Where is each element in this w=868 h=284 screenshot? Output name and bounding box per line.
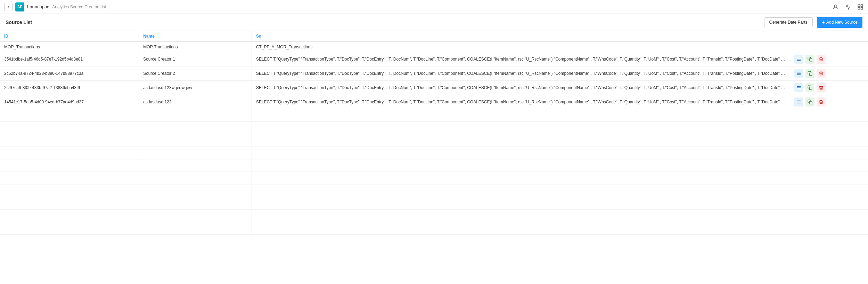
- empty-cell: [790, 109, 868, 122]
- empty-cell: [139, 222, 252, 235]
- table-row: 3541bdbe-1af5-46d5-87e7-192d5b4d3e81Sour…: [0, 52, 868, 66]
- user-icon[interactable]: [832, 3, 839, 10]
- empty-cell: [139, 109, 252, 122]
- empty-row: [0, 147, 868, 159]
- cell-id: 3541bdbe-1af5-46d5-87e7-192d5b4d3e81: [0, 52, 139, 66]
- empty-cell: [252, 122, 790, 134]
- column-header-sql: Sql: [252, 31, 790, 42]
- app-logo: AE: [15, 2, 24, 11]
- empty-cell: [252, 147, 790, 159]
- svg-rect-3: [858, 7, 860, 9]
- empty-cell: [0, 210, 139, 222]
- cell-name: Source Creator 1: [139, 52, 252, 66]
- copy-button[interactable]: [805, 83, 814, 92]
- empty-cell: [0, 184, 139, 197]
- empty-cell: [139, 147, 252, 159]
- cell-id: 14541c17-5ea5-4d00-94ed-b77ad4d9bd37: [0, 95, 139, 109]
- column-header-name: Name: [139, 31, 252, 42]
- empty-cell: [790, 210, 868, 222]
- cell-name: asdasdasd 123: [139, 95, 252, 109]
- empty-cell: [790, 122, 868, 134]
- empty-cell: [0, 147, 139, 159]
- empty-cell: [252, 134, 790, 147]
- empty-cell: [139, 210, 252, 222]
- empty-cell: [0, 222, 139, 235]
- empty-cell: [252, 109, 790, 122]
- empty-cell: [790, 172, 868, 184]
- empty-cell: [0, 172, 139, 184]
- top-nav: ‹ AE Launchpad Analytics Source Creator …: [0, 0, 868, 14]
- view-button[interactable]: [794, 55, 803, 64]
- empty-cell: [790, 197, 868, 210]
- cell-actions: [790, 95, 868, 109]
- copy-button[interactable]: [805, 97, 814, 106]
- svg-rect-11: [797, 74, 801, 75]
- svg-rect-19: [797, 103, 801, 103]
- table-row: 2c62b74a-9724-4b28-b396-147b88977c3aSour…: [0, 66, 868, 81]
- svg-rect-14: [797, 87, 801, 88]
- source-table-container: ID Name Sql MOR_TransactionsMOR Transact…: [0, 31, 868, 235]
- empty-cell: [139, 172, 252, 184]
- copy-button[interactable]: [805, 55, 814, 64]
- empty-row: [0, 172, 868, 184]
- empty-cell: [139, 159, 252, 172]
- svg-point-0: [834, 5, 836, 7]
- empty-row: [0, 109, 868, 122]
- empty-cell: [252, 184, 790, 197]
- plus-icon: +: [822, 19, 825, 25]
- cell-id: 2c62b74a-9724-4b28-b396-147b88977c3a: [0, 66, 139, 81]
- cell-sql: SELECT T."QueryType" "TransactionType", …: [252, 52, 790, 66]
- view-button[interactable]: [794, 69, 803, 78]
- back-button[interactable]: ‹: [4, 3, 13, 11]
- cell-sql: SELECT T."QueryType" "TransactionType", …: [252, 66, 790, 81]
- delete-button[interactable]: [817, 97, 826, 106]
- table-row: MOR_TransactionsMOR TransactionsCT_PF_A_…: [0, 42, 868, 52]
- cell-name: asdasdasd 123wqeqwqew: [139, 81, 252, 95]
- chart-icon[interactable]: [844, 3, 851, 10]
- source-table: ID Name Sql MOR_TransactionsMOR Transact…: [0, 31, 868, 235]
- cell-name: MOR Transactions: [139, 42, 252, 52]
- cell-id: 2cf97ca6-8f09-433b-97a2-13886eba43f9: [0, 81, 139, 95]
- empty-cell: [790, 222, 868, 235]
- svg-rect-18: [797, 102, 801, 102]
- cell-actions: [790, 52, 868, 66]
- cell-sql: CT_PF_A_MOR_Transactions: [252, 42, 790, 52]
- cell-id: MOR_Transactions: [0, 42, 139, 52]
- empty-row: [0, 210, 868, 222]
- view-button[interactable]: [794, 97, 803, 106]
- svg-rect-7: [797, 60, 801, 61]
- empty-row: [0, 197, 868, 210]
- view-button[interactable]: [794, 83, 803, 92]
- page-header: Source List Generate Date Parts + Add Ne…: [0, 14, 868, 31]
- add-new-source-button[interactable]: + Add New Source: [817, 17, 862, 28]
- svg-rect-13: [797, 86, 801, 87]
- delete-button[interactable]: [817, 83, 826, 92]
- empty-cell: [252, 159, 790, 172]
- generate-date-parts-button[interactable]: Generate Date Parts: [764, 17, 813, 27]
- table-row: 2cf97ca6-8f09-433b-97a2-13886eba43f9asda…: [0, 81, 868, 95]
- empty-cell: [139, 197, 252, 210]
- breadcrumb: Analytics Source Creator List: [52, 5, 106, 9]
- column-header-actions: [790, 31, 868, 42]
- empty-row: [0, 134, 868, 147]
- empty-row: [0, 184, 868, 197]
- empty-cell: [139, 184, 252, 197]
- cell-actions: [790, 81, 868, 95]
- empty-cell: [790, 184, 868, 197]
- cell-sql: SELECT T."QueryType" "TransactionType", …: [252, 95, 790, 109]
- cell-actions: [790, 42, 868, 52]
- column-header-id: ID: [0, 31, 139, 42]
- delete-button[interactable]: [817, 55, 826, 64]
- svg-rect-6: [797, 59, 801, 59]
- empty-cell: [0, 122, 139, 134]
- svg-rect-16: [809, 87, 812, 90]
- grid-icon[interactable]: [857, 3, 864, 10]
- empty-row: [0, 159, 868, 172]
- cell-name: Source Creator 2: [139, 66, 252, 81]
- empty-cell: [252, 197, 790, 210]
- empty-cell: [0, 134, 139, 147]
- copy-button[interactable]: [805, 69, 814, 78]
- delete-button[interactable]: [817, 69, 826, 78]
- table-row: 14541c17-5ea5-4d00-94ed-b77ad4d9bd37asda…: [0, 95, 868, 109]
- svg-rect-4: [861, 7, 863, 9]
